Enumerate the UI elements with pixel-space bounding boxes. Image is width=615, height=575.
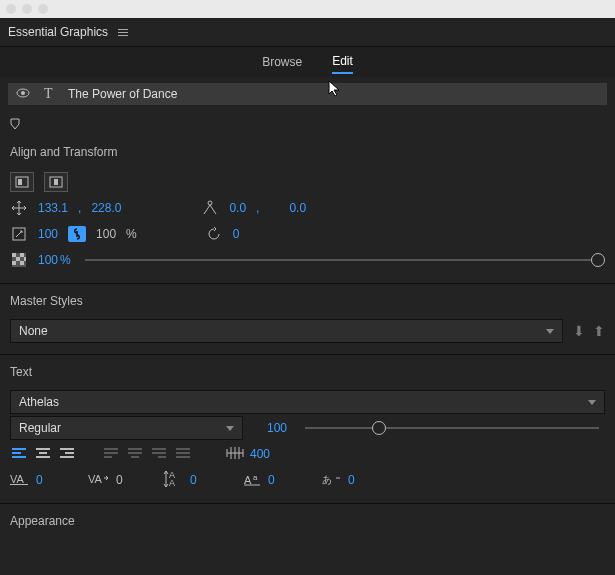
- scale-width[interactable]: 100: [38, 227, 58, 241]
- opacity-slider[interactable]: [85, 253, 599, 267]
- section-text: Text Athelas Regular 100: [10, 365, 605, 493]
- tsume-field: あ 0: [322, 472, 372, 489]
- svg-point-1: [21, 91, 25, 95]
- justify-all-button: [174, 446, 192, 462]
- justify-last-center-button: [126, 446, 144, 462]
- tracking-value[interactable]: 0: [116, 473, 123, 487]
- svg-rect-6: [54, 179, 58, 185]
- tracking-width-icon: [226, 446, 244, 463]
- anchor-sep: ,: [256, 201, 259, 215]
- leading-icon: AA: [166, 471, 184, 490]
- svg-text:A: A: [169, 478, 175, 488]
- push-down-icon[interactable]: ⬇: [573, 323, 585, 339]
- layer-row[interactable]: T The Power of Dance: [8, 83, 607, 105]
- svg-text:a: a: [253, 473, 258, 482]
- master-style-select[interactable]: None: [10, 319, 563, 343]
- svg-rect-44: [10, 484, 28, 485]
- push-up-icon[interactable]: ⬆: [593, 323, 605, 339]
- leading-value[interactable]: 0: [190, 473, 197, 487]
- scale-icon: [10, 225, 28, 243]
- kerning-icon: VA: [10, 472, 30, 489]
- font-style-value: Regular: [19, 421, 61, 435]
- text-align-row: 400: [10, 441, 605, 467]
- visibility-icon[interactable]: [16, 87, 30, 101]
- text-metrics-row: VA 0 VA 0 AA 0 Aa 0 あ 0: [10, 467, 605, 493]
- font-style-select[interactable]: Regular: [10, 416, 243, 440]
- svg-text:T: T: [44, 86, 53, 101]
- font-size-slider[interactable]: [305, 421, 599, 435]
- tsume-icon: あ: [322, 472, 342, 489]
- opacity-row: 100 %: [10, 247, 605, 273]
- chevron-down-icon: [226, 426, 234, 431]
- align-center-button[interactable]: [34, 446, 52, 462]
- align-right-button[interactable]: [58, 446, 76, 462]
- anchor-icon: [201, 199, 219, 217]
- chevron-down-icon: [588, 400, 596, 405]
- window-close-dot[interactable]: [6, 4, 16, 14]
- pin-icon[interactable]: [10, 118, 22, 133]
- align-left-button[interactable]: [10, 446, 28, 462]
- svg-text:あ: あ: [322, 474, 332, 485]
- rotation[interactable]: 0: [233, 227, 240, 241]
- link-icon[interactable]: [68, 226, 86, 242]
- layer-name: The Power of Dance: [68, 87, 177, 101]
- tab-bar: Browse Edit: [0, 47, 615, 77]
- svg-rect-10: [12, 253, 16, 257]
- tracking-icon: VA: [88, 472, 110, 489]
- baseline-field: Aa 0: [244, 472, 294, 489]
- chevron-down-icon: [546, 329, 554, 334]
- position-y[interactable]: 228.0: [91, 201, 121, 215]
- scale-unit: %: [126, 227, 137, 241]
- svg-rect-4: [18, 179, 22, 185]
- font-family-value: Athelas: [19, 395, 59, 409]
- tracking-field: VA 0: [88, 472, 138, 489]
- anchor-x[interactable]: 0.0: [229, 201, 246, 215]
- kerning-value[interactable]: 0: [36, 473, 43, 487]
- rotation-icon: [205, 225, 223, 243]
- svg-rect-15: [20, 261, 24, 265]
- font-family-select[interactable]: Athelas: [10, 390, 605, 414]
- section-align-transform: Align and Transform 133.1 , 228.0 0.0 , …: [10, 145, 605, 273]
- tab-browse[interactable]: Browse: [262, 51, 302, 73]
- macos-titlebar: [0, 0, 615, 18]
- section-title-appearance: Appearance: [10, 514, 605, 528]
- tab-edit[interactable]: Edit: [332, 50, 353, 74]
- opacity-value[interactable]: 100: [38, 253, 58, 267]
- anchor-y[interactable]: 0.0: [289, 201, 306, 215]
- scale-row: 100 100 % 0: [10, 221, 605, 247]
- move-icon: [10, 199, 28, 217]
- svg-text:VA: VA: [88, 473, 103, 485]
- section-title-text: Text: [10, 365, 605, 379]
- svg-rect-11: [20, 253, 24, 257]
- window-max-dot[interactable]: [38, 4, 48, 14]
- position-x[interactable]: 133.1: [38, 201, 68, 215]
- align-horizontal-button[interactable]: [10, 172, 34, 192]
- align-vertical-button[interactable]: [44, 172, 68, 192]
- tracking-width-value[interactable]: 400: [250, 447, 270, 461]
- opacity-unit: %: [60, 253, 71, 267]
- panel-header: Essential Graphics: [0, 18, 615, 47]
- svg-rect-12: [16, 257, 20, 261]
- position-row: 133.1 , 228.0 0.0 , 0.0: [10, 195, 605, 221]
- position-sep: ,: [78, 201, 81, 215]
- justify-last-left-button: [102, 446, 120, 462]
- justify-last-right-button: [150, 446, 168, 462]
- pin-toolbar: [8, 113, 607, 137]
- svg-text:VA: VA: [10, 473, 25, 485]
- section-title-master-styles: Master Styles: [10, 294, 605, 308]
- section-appearance: Appearance: [10, 514, 605, 528]
- master-style-value: None: [19, 324, 48, 338]
- svg-text:A: A: [244, 474, 252, 486]
- svg-rect-13: [24, 257, 26, 261]
- section-title-align: Align and Transform: [10, 145, 605, 159]
- baseline-value[interactable]: 0: [268, 473, 275, 487]
- window-min-dot[interactable]: [22, 4, 32, 14]
- leading-field: AA 0: [166, 471, 216, 490]
- font-size[interactable]: 100: [267, 421, 287, 435]
- baseline-shift-icon: Aa: [244, 472, 262, 489]
- scale-height[interactable]: 100: [96, 227, 116, 241]
- panel-menu-icon[interactable]: [118, 29, 128, 36]
- section-master-styles: Master Styles None ⬇ ⬆: [10, 294, 605, 344]
- tsume-value[interactable]: 0: [348, 473, 355, 487]
- panel-title: Essential Graphics: [8, 25, 108, 39]
